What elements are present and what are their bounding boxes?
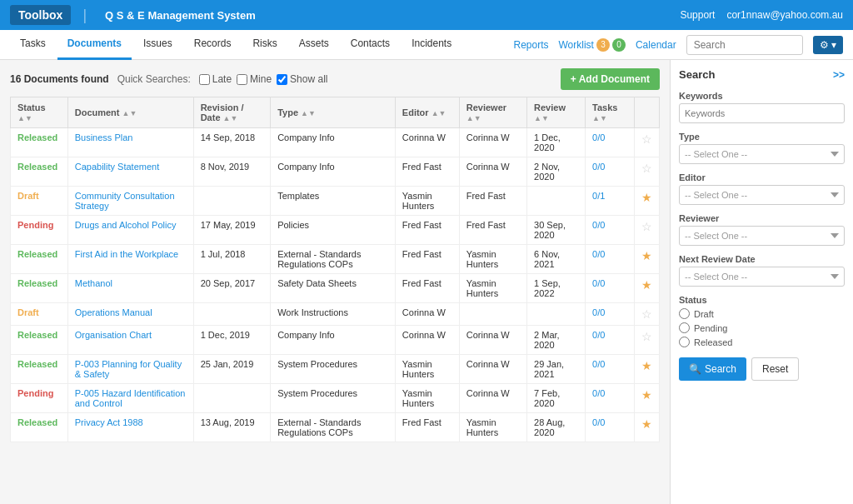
status-label: Status: [679, 295, 845, 305]
task-link[interactable]: 0/0: [592, 417, 605, 427]
col-status[interactable]: Status ▲▼: [11, 97, 68, 128]
search-input[interactable]: [686, 35, 803, 55]
document-count: 16 Documents found: [10, 73, 109, 85]
document-link[interactable]: Community Consultation Strategy: [75, 191, 175, 211]
cell-tasks: 0/0: [586, 326, 635, 355]
tab-records[interactable]: Records: [184, 30, 242, 60]
star-button[interactable]: ★: [641, 191, 652, 204]
show-all-filter[interactable]: Show all: [277, 73, 327, 85]
task-link[interactable]: 0/0: [592, 220, 605, 230]
status-pending-option[interactable]: Pending: [679, 322, 845, 333]
star-button[interactable]: ☆: [641, 330, 652, 343]
editor-select[interactable]: -- Select One --: [679, 185, 845, 205]
tab-issues[interactable]: Issues: [133, 30, 182, 60]
cell-review: 1 Sep, 2022: [527, 274, 586, 303]
document-link[interactable]: Business Plan: [75, 132, 133, 142]
cell-revision: 8 Nov, 2019: [193, 157, 270, 187]
star-button[interactable]: ★: [641, 359, 652, 372]
task-link[interactable]: 0/0: [592, 388, 605, 398]
reset-button[interactable]: Reset: [751, 357, 799, 381]
cell-revision: 25 Jan, 2019: [193, 355, 270, 384]
status-badge: Pending: [17, 220, 53, 230]
mine-checkbox[interactable]: [237, 74, 247, 85]
star-button[interactable]: ☆: [641, 220, 652, 233]
search-button[interactable]: 🔍 Search: [679, 357, 746, 381]
cell-reviewer: Yasmin Hunters: [459, 274, 526, 303]
document-link[interactable]: P-003 Planning for Quality & Safety: [75, 359, 182, 379]
type-select[interactable]: -- Select One --: [679, 144, 845, 164]
document-link[interactable]: P-005 Hazard Identification and Control: [75, 388, 186, 408]
star-button[interactable]: ★: [641, 249, 652, 262]
settings-button[interactable]: ⚙ ▾: [813, 36, 843, 54]
late-checkbox[interactable]: [199, 74, 210, 85]
document-link[interactable]: Operations Manual: [75, 307, 152, 317]
tab-incidents[interactable]: Incidents: [402, 30, 461, 60]
support-link[interactable]: Support: [680, 9, 715, 21]
star-button[interactable]: ★: [641, 417, 652, 431]
col-tasks[interactable]: Tasks ▲▼: [586, 97, 635, 128]
task-link[interactable]: 0/0: [592, 162, 605, 172]
star-button[interactable]: ☆: [641, 132, 652, 146]
reviewer-select[interactable]: -- Select One --: [679, 226, 845, 246]
tab-contacts[interactable]: Contacts: [341, 30, 400, 60]
cell-tasks: 0/0: [586, 216, 635, 245]
worklist-label[interactable]: Worklist: [559, 39, 594, 51]
col-document[interactable]: Document ▲▼: [67, 97, 193, 128]
star-button[interactable]: ☆: [641, 162, 652, 175]
cell-revision: [193, 187, 270, 216]
tab-assets[interactable]: Assets: [289, 30, 339, 60]
user-menu[interactable]: cor1nnaw@yahoo.com.au: [726, 9, 843, 21]
task-link[interactable]: 0/0: [592, 359, 605, 369]
status-draft-radio[interactable]: [679, 308, 690, 319]
calendar-link[interactable]: Calendar: [636, 39, 676, 51]
cell-tasks: 0/0: [586, 245, 635, 274]
document-link[interactable]: First Aid in the Workplace: [75, 249, 179, 259]
document-link[interactable]: Capability Statement: [75, 162, 160, 172]
status-badge: Released: [17, 330, 57, 340]
task-link[interactable]: 0/0: [592, 307, 605, 317]
cell-star: ★: [634, 274, 659, 303]
col-type[interactable]: Type ▲▼: [271, 97, 396, 128]
star-button[interactable]: ★: [641, 388, 652, 402]
cell-reviewer: Yasmin Hunters: [459, 413, 526, 442]
document-link[interactable]: Privacy Act 1988: [75, 417, 143, 427]
task-link[interactable]: 0/0: [592, 132, 605, 142]
document-link[interactable]: Organisation Chart: [75, 330, 152, 340]
col-review[interactable]: Review ▲▼: [527, 97, 586, 128]
task-link[interactable]: 0/1: [592, 191, 605, 201]
cell-reviewer: Fred Fast: [459, 216, 526, 245]
cell-tasks: 0/0: [586, 355, 635, 384]
tab-documents[interactable]: Documents: [57, 30, 132, 60]
cell-tasks: 0/0: [586, 157, 635, 187]
status-draft-option[interactable]: Draft: [679, 308, 845, 319]
app-logo[interactable]: Toolbox: [10, 5, 71, 25]
late-filter[interactable]: Late: [199, 73, 232, 85]
cell-star: ★: [634, 384, 659, 413]
reports-link[interactable]: Reports: [513, 39, 548, 51]
status-pending-radio[interactable]: [679, 322, 690, 333]
tab-tasks[interactable]: Tasks: [10, 30, 56, 60]
cell-editor: Fred Fast: [395, 157, 459, 187]
col-revision[interactable]: Revision / Date ▲▼: [193, 97, 270, 128]
col-editor[interactable]: Editor ▲▼: [395, 97, 459, 128]
document-link[interactable]: Drugs and Alcohol Policy: [75, 220, 177, 230]
next-review-label: Next Review Date: [679, 254, 845, 264]
status-released-radio[interactable]: [679, 337, 690, 347]
add-document-button[interactable]: + Add Document: [561, 68, 660, 90]
status-released-option[interactable]: Released: [679, 337, 845, 347]
keywords-input[interactable]: [679, 103, 845, 123]
tab-risks[interactable]: Risks: [242, 30, 287, 60]
document-link[interactable]: Methanol: [75, 278, 112, 288]
show-all-checkbox[interactable]: [277, 74, 287, 85]
star-button[interactable]: ★: [641, 278, 652, 292]
task-link[interactable]: 0/0: [592, 278, 605, 288]
task-link[interactable]: 0/0: [592, 330, 605, 340]
mine-filter[interactable]: Mine: [237, 73, 272, 85]
star-button[interactable]: ☆: [641, 307, 652, 321]
next-review-select[interactable]: -- Select One --: [679, 267, 845, 287]
cell-editor: Fred Fast: [395, 274, 459, 303]
sidebar-expand-button[interactable]: >>: [833, 69, 845, 81]
cell-status: Pending: [11, 384, 68, 413]
col-reviewer[interactable]: Reviewer ▲▼: [459, 97, 526, 128]
task-link[interactable]: 0/0: [592, 249, 605, 259]
